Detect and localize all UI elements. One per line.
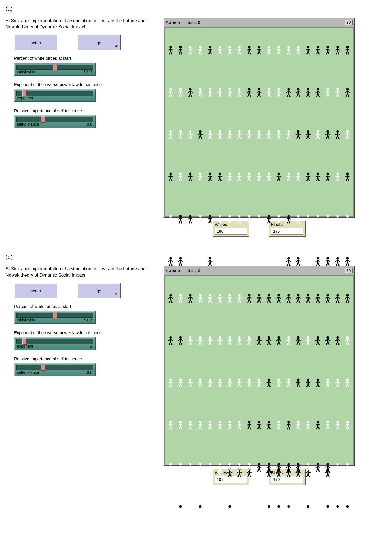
turtle	[333, 71, 342, 113]
turtle	[323, 29, 333, 71]
go-button[interactable]: go ⟳	[77, 283, 121, 298]
turtle	[176, 113, 186, 156]
turtle	[225, 404, 235, 446]
turtle	[166, 277, 176, 319]
turtle	[303, 404, 313, 446]
turtle	[264, 156, 274, 198]
turtle	[333, 404, 342, 446]
slider-thumb[interactable]	[53, 64, 57, 70]
turtle	[342, 361, 352, 404]
turtle	[323, 277, 333, 319]
turtle	[274, 198, 284, 240]
turtle	[186, 198, 195, 240]
turtle	[254, 71, 264, 113]
turtle	[303, 71, 313, 113]
speed-icons[interactable]: ◤◢ ◀▶ ◆	[166, 21, 181, 25]
turtle	[195, 361, 205, 404]
turtle	[205, 156, 215, 198]
loop-icon: ⟳	[115, 292, 118, 296]
turtle	[254, 198, 264, 240]
world-canvas-b[interactable]	[164, 275, 354, 465]
turtle	[284, 361, 293, 404]
slider-exponent[interactable]: exponent 2	[14, 337, 96, 350]
turtle	[342, 156, 352, 198]
turtle	[342, 71, 352, 113]
turtle	[333, 361, 342, 404]
arrows-icon: ◀▶	[172, 21, 177, 25]
view-3d-button[interactable]: 3D	[345, 20, 353, 25]
turtle	[215, 71, 225, 113]
slider-thumb[interactable]	[22, 90, 27, 96]
go-button[interactable]: go ⟳	[77, 35, 121, 50]
slider-thumb[interactable]	[53, 312, 57, 318]
turtle	[303, 488, 313, 508]
turtle	[215, 156, 225, 198]
slider-self-distance[interactable]: self-distance 0.8	[14, 115, 96, 128]
turtle	[205, 29, 215, 71]
turtle	[284, 71, 293, 113]
turtle	[225, 156, 235, 198]
slider-exponent[interactable]: exponent 2	[14, 89, 96, 102]
setup-button[interactable]: setup	[14, 35, 57, 50]
turtle	[176, 277, 186, 319]
slider-thumb[interactable]	[41, 116, 45, 123]
turtle	[333, 198, 342, 240]
slider-caption-exponent: Exponent of the inverse power law for di…	[14, 330, 152, 335]
turtle	[176, 404, 186, 446]
world-view-a: ◤◢ ◀▶ ◆ ticks: 0 3D	[163, 18, 355, 218]
turtle	[235, 156, 244, 198]
setup-button[interactable]: setup	[14, 283, 57, 298]
slider-self-distance[interactable]: self-distance 0.8	[14, 363, 96, 376]
turtle	[195, 446, 205, 488]
slider-initial-white[interactable]: initial-white 50 %	[14, 63, 96, 76]
turtle	[284, 113, 293, 156]
slider-thumb[interactable]	[22, 338, 27, 345]
slider-initial-white[interactable]: initial-white 50 %	[14, 311, 96, 324]
turtle	[254, 404, 264, 446]
turtle	[284, 404, 293, 446]
turtle	[166, 156, 176, 198]
turtle	[333, 29, 342, 71]
turtle	[195, 404, 205, 446]
ticks-label: ticks: 0	[188, 20, 200, 25]
updown-icon: ◆	[178, 21, 181, 25]
subfig-a-label: (a)	[6, 6, 386, 12]
turtle	[225, 488, 235, 508]
turtle	[303, 113, 313, 156]
turtle	[215, 361, 225, 404]
turtle	[186, 113, 195, 156]
turtle	[225, 446, 235, 488]
turtle	[176, 29, 186, 71]
turtle	[293, 361, 303, 404]
turtle	[274, 404, 284, 446]
turtle	[186, 404, 195, 446]
turtle	[342, 113, 352, 156]
turtle	[293, 71, 303, 113]
turtle	[313, 488, 323, 508]
turtle	[205, 277, 215, 319]
turtle	[313, 29, 323, 71]
turtle	[244, 198, 254, 240]
turtle	[244, 277, 254, 319]
turtle	[195, 488, 205, 508]
turtle	[342, 319, 352, 361]
turtle	[225, 319, 235, 361]
turtle	[274, 277, 284, 319]
world-canvas-a[interactable]	[164, 27, 354, 217]
slider-caption-initial-white: Percent of white turtles at start	[14, 304, 152, 309]
turtle	[166, 361, 176, 404]
turtle	[254, 277, 264, 319]
slider-caption-exponent: Exponent of the inverse power law for di…	[14, 82, 152, 87]
turtle	[274, 488, 284, 508]
turtle	[313, 404, 323, 446]
turtle	[195, 71, 205, 113]
turtle	[186, 319, 195, 361]
turtle	[313, 319, 323, 361]
panel-a: SitSim: a re-implementation of a simulat…	[6, 18, 386, 237]
turtle	[205, 361, 215, 404]
turtle	[195, 277, 205, 319]
slider-thumb[interactable]	[41, 365, 45, 371]
turtle	[342, 29, 352, 71]
turtle	[293, 198, 303, 240]
description-text: SitSim: a re-implementation of a simulat…	[6, 18, 152, 30]
